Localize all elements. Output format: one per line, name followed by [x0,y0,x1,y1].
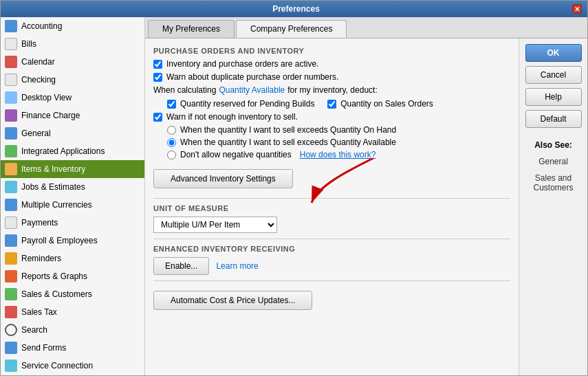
also-see-sales[interactable]: Sales andCustomers [533,173,573,192]
sales-orders-label: Quantity on Sales Orders [340,99,433,109]
tab-company[interactable]: Company Preferences [236,20,347,38]
sidebar-item-salestax[interactable]: Sales Tax [1,303,144,321]
ok-button[interactable]: OK [525,44,582,62]
enable-row: Enable... Learn more [153,257,510,275]
items-icon [5,163,17,175]
window-title: Preferences [20,4,572,14]
radio-group: When the quantity I want to sell exceeds… [167,125,510,159]
bills-icon [5,38,17,50]
sidebar-label-service: Service Connection [21,361,93,371]
radio-available[interactable] [167,138,176,147]
sidebar-label-bills: Bills [21,39,36,49]
advanced-inventory-button[interactable]: Advanced Inventory Settings [153,169,293,188]
sidebar-label-finance: Finance Charge [21,111,80,120]
jobs-icon [5,181,17,193]
duplicate-po-checkbox[interactable] [153,73,162,82]
default-button[interactable]: Default [525,110,582,128]
sidebar-item-integrated[interactable]: Integrated Applications [1,142,144,160]
sidebar-item-desktop[interactable]: Desktop View [1,89,144,107]
sidebar-item-checking[interactable]: Checking [1,71,144,89]
close-button[interactable]: ✕ [572,4,582,14]
sidebar-item-calendar[interactable]: Calendar [1,53,144,71]
divider-1 [153,198,510,199]
divider-3 [153,280,510,281]
sidebar-label-integrated: Integrated Applications [21,146,105,156]
desktop-icon [5,91,17,104]
sidebar-item-sendforms[interactable]: Send Forms [1,339,144,357]
cancel-button[interactable]: Cancel [525,66,582,84]
sales-icon [5,288,17,300]
main-content: AccountingBillsCalendarCheckingDesktop V… [1,17,587,375]
integrated-icon [5,145,17,157]
sidebar-item-search[interactable]: Search [1,321,144,339]
qty-label-before: When calculating [153,85,216,95]
deduct-options: Quantity reserved for Pending Builds Qua… [167,99,510,109]
sidebar-item-finance[interactable]: Finance Charge [1,107,144,124]
sidebar-item-spelling[interactable]: Spelling [1,375,144,375]
warn-inventory-row: Warn if not enough inventory to sell. [153,112,510,122]
radio-no-negative[interactable] [167,151,176,159]
tab-my[interactable]: My Preferences [148,20,235,38]
sidebar-item-sales[interactable]: Sales & Customers [1,285,144,303]
content-area: PURCHASE ORDERS AND INVENTORY Inventory … [145,38,587,375]
sidebar: AccountingBillsCalendarCheckingDesktop V… [1,17,145,375]
accounting-icon [5,20,17,32]
sidebar-item-reminders[interactable]: Reminders [1,250,144,267]
sidebar-label-reports: Reports & Graphs [21,272,87,281]
quantity-row: When calculating Quantity Available for … [153,85,510,95]
sidebar-label-checking: Checking [21,75,56,85]
inventory-active-checkbox[interactable] [153,60,162,69]
sidebar-label-search: Search [21,325,47,335]
sidebar-label-calendar: Calendar [21,57,55,67]
inventory-active-label: Inventory and purchase orders are active… [166,59,318,69]
help-button[interactable]: Help [525,88,582,106]
unit-dropdown[interactable]: Multiple U/M Per Item [153,217,277,233]
right-panel: My PreferencesCompany Preferences PURCHA… [145,17,587,375]
general-icon [5,127,17,140]
settings-panel: PURCHASE ORDERS AND INVENTORY Inventory … [145,38,519,375]
sidebar-item-jobs[interactable]: Jobs & Estimates [1,178,144,196]
auto-cost-button[interactable]: Automatic Cost & Price Updates... [153,291,312,310]
warn-inventory-checkbox[interactable] [153,113,162,122]
sidebar-label-sales: Sales & Customers [21,289,92,299]
sidebar-label-payroll: Payroll & Employees [21,236,98,245]
reminders-icon [5,252,17,265]
sidebar-item-general[interactable]: General [1,124,144,142]
quantity-available-link[interactable]: Quantity Available [219,85,285,95]
also-see-general[interactable]: General [538,157,568,166]
sidebar-label-salestax: Sales Tax [21,307,57,317]
how-link[interactable]: How does this work? [300,150,376,159]
sidebar-item-payroll[interactable]: Payroll & Employees [1,232,144,250]
learn-more-link[interactable]: Learn more [216,261,258,271]
multiple-icon [5,199,17,211]
sidebar-item-items[interactable]: Items & Inventory [1,160,144,178]
pending-builds-checkbox[interactable] [167,100,176,109]
sidebar-item-bills[interactable]: Bills [1,35,144,53]
radio-row-3: Don't allow negative quantities How does… [167,150,510,159]
radio-on-hand-label: When the quantity I want to sell exceeds… [180,125,396,135]
warn-inventory-label: Warn if not enough inventory to sell. [166,112,298,122]
calendar-icon [5,56,17,68]
sidebar-item-reports[interactable]: Reports & Graphs [1,267,144,285]
radio-on-hand[interactable] [167,126,176,135]
sidebar-item-accounting[interactable]: Accounting [1,17,144,35]
sidebar-label-general: General [21,129,51,138]
also-see-header: Also See: [534,140,572,150]
payroll-icon [5,234,17,247]
sidebar-label-jobs: Jobs & Estimates [21,182,85,192]
preferences-window: Preferences ✕ AccountingBillsCalendarChe… [0,0,588,376]
payments-icon [5,217,17,229]
sendforms-icon [5,342,17,354]
sidebar-item-multiple[interactable]: Multiple Currencies [1,196,144,214]
unit-dropdown-row: Multiple U/M Per Item [153,217,510,233]
duplicate-po-row: Warn about duplicate purchase order numb… [153,72,510,82]
action-panel: OK Cancel Help Default Also See: General… [519,38,587,375]
sales-orders-checkbox[interactable] [327,100,336,109]
sidebar-item-service[interactable]: Service Connection [1,357,144,375]
tabs-bar: My PreferencesCompany Preferences [145,17,587,38]
pending-builds-label: Quantity reserved for Pending Builds [180,99,314,109]
sidebar-label-accounting: Accounting [21,21,62,31]
sidebar-item-payments[interactable]: Payments [1,214,144,232]
enable-button[interactable]: Enable... [153,257,209,275]
title-bar: Preferences ✕ [1,1,587,17]
